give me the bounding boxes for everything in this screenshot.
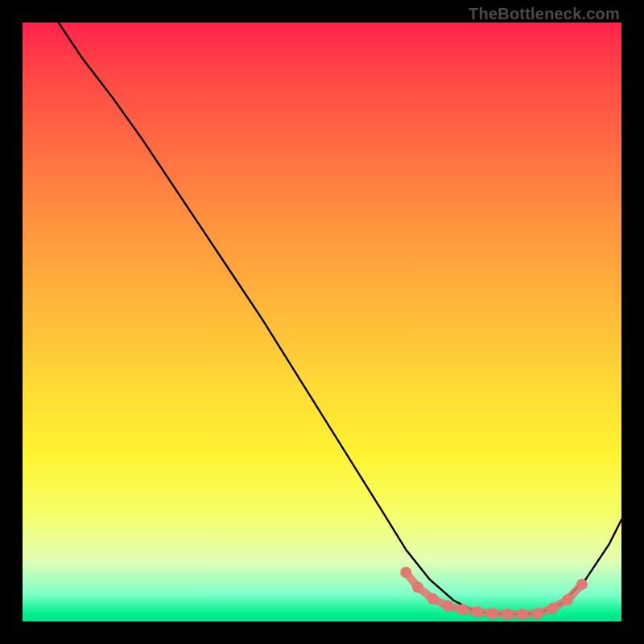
plot-gradient-background <box>23 23 621 621</box>
chart-container <box>23 23 621 621</box>
attribution-text: TheBottleneck.com <box>469 5 620 23</box>
